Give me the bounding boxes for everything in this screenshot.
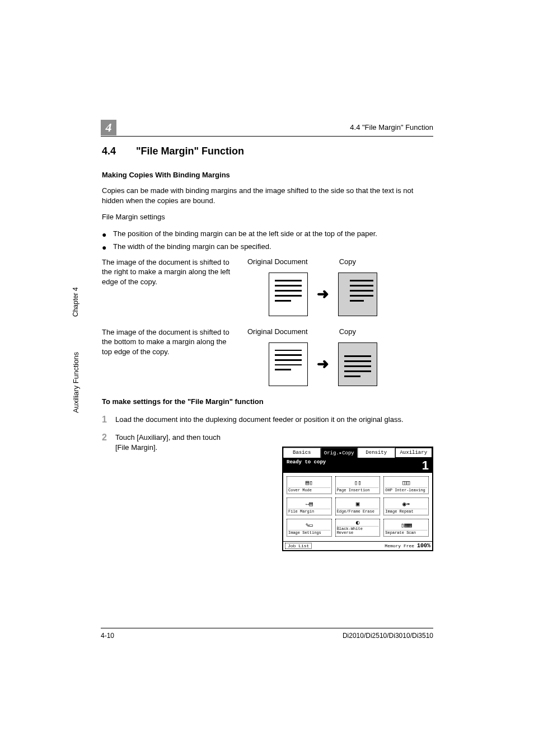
touchscreen-panel: Basics Orig.▸Copy Density Auxiliary Read…	[282, 447, 433, 551]
chapter-badge: 4	[101, 120, 116, 135]
sidebar: Chapter 4 Auxiliary Functions	[72, 284, 88, 430]
sidebar-section-label: Auxiliary Functions	[72, 312, 80, 413]
section-number: 4.4	[102, 145, 133, 157]
step-1: 1 Load the document into the duplexing d…	[102, 415, 433, 425]
step-text: Touch [Auxiliary], and then touch [File …	[115, 433, 233, 453]
header-rule	[101, 136, 433, 137]
image-repeat-icon: ◉↠	[385, 499, 427, 509]
shift-left-diagram: Original Document Copy ➜	[236, 257, 433, 316]
edge-frame-erase-button[interactable]: ▣Edge/Frame Erase	[335, 497, 381, 515]
original-page-icon	[269, 342, 308, 386]
diagram-row: ➜	[247, 342, 433, 386]
list-item: ● The width of the binding margin can be…	[102, 242, 433, 252]
tab-auxiliary[interactable]: Auxiliary	[395, 448, 433, 458]
diagram-row: ➜	[247, 273, 433, 316]
footer-rule	[101, 628, 433, 628]
section-title: "File Margin" Function	[136, 145, 244, 157]
section-heading: 4.4 "File Margin" Function	[102, 145, 433, 157]
copy-page-top-margin-icon	[338, 342, 377, 386]
separate-scan-button[interactable]: ▯▦▦Separate Scan	[383, 519, 429, 537]
panel-tabs: Basics Orig.▸Copy Density Auxiliary	[283, 448, 432, 458]
copy-page-left-margin-icon	[338, 273, 377, 316]
bw-reverse-icon: ◐	[337, 519, 379, 526]
step-number: 2	[102, 433, 115, 443]
panel-body: ▤▯Cover Mode ▯▯Page Insertion ◫◫OHP Inte…	[283, 473, 432, 541]
shift-top-desc: The image of the document is shifted to …	[102, 327, 236, 386]
bullet-icon: ●	[102, 229, 113, 238]
model-list: Di2010/Di2510/Di3010/Di3510	[343, 632, 433, 640]
chapter-number: 4	[106, 120, 112, 134]
body-para1: Copies can be made with binding margins …	[102, 186, 433, 205]
sidebar-chapter-label: Chapter 4	[72, 283, 79, 317]
page-insertion-button[interactable]: ▯▯Page Insertion	[335, 476, 381, 494]
label-copy: Copy	[339, 327, 356, 336]
bullet-text: The position of the binding margin can b…	[113, 229, 377, 239]
tab-basics[interactable]: Basics	[283, 448, 321, 458]
memory-label: Memory Free	[385, 543, 414, 548]
copy-count: 1	[422, 459, 429, 472]
erase-icon: ▣	[337, 499, 379, 509]
bw-reverse-button[interactable]: ◐Black-White Reverse	[335, 519, 381, 537]
label-original: Original Document	[247, 327, 337, 336]
page: 4 4.4 "File Margin" Function Chapter 4 A…	[0, 0, 534, 756]
memory-indicator: Memory Free 100%	[385, 543, 430, 549]
label-original: Original Document	[247, 257, 337, 266]
arrow-right-icon: ➜	[317, 285, 329, 303]
cover-mode-button[interactable]: ▤▯Cover Mode	[287, 476, 332, 494]
diagram-labels: Original Document Copy	[247, 327, 433, 336]
separate-scan-icon: ▯▦▦	[385, 520, 427, 530]
bullet-list: ● The position of the binding margin can…	[102, 229, 433, 252]
bullet-icon: ●	[102, 242, 113, 251]
step-number: 1	[102, 415, 115, 425]
panel-footer: Job List Memory Free 100%	[283, 541, 432, 550]
body-para2: File Margin settings	[102, 212, 433, 222]
subheading-making-copies: Making Copies With Binding Margins	[102, 171, 433, 179]
file-margin-icon: ↔▤	[288, 499, 330, 509]
image-repeat-button[interactable]: ◉↠Image Repeat	[383, 497, 429, 515]
step-text: Load the document into the duplexing doc…	[115, 415, 433, 425]
job-list-button[interactable]: Job List	[285, 543, 312, 549]
cover-mode-icon: ▤▯	[288, 477, 330, 487]
arrow-right-icon: ➜	[317, 355, 329, 373]
image-settings-button[interactable]: ✎▭Image Settings	[287, 519, 332, 537]
shift-left-block: The image of the document is shifted to …	[102, 257, 433, 316]
image-settings-icon: ✎▭	[288, 520, 330, 530]
bullet-text: The width of the binding margin can be s…	[113, 242, 271, 252]
tab-density[interactable]: Density	[358, 448, 395, 458]
label-copy: Copy	[339, 257, 356, 266]
subheading-to-make-settings: To make settings for the "File Margin" f…	[102, 397, 433, 406]
shift-top-diagram: Original Document Copy ➜	[236, 327, 433, 386]
page-footer: 4-10 Di2010/Di2510/Di3010/Di3510	[101, 628, 433, 640]
memory-percent: 100%	[417, 543, 430, 549]
page-insertion-icon: ▯▯	[337, 477, 379, 487]
tab-orig-copy[interactable]: Orig.▸Copy	[321, 448, 358, 458]
status-text: Ready to copy	[287, 459, 326, 472]
shift-top-block: The image of the document is shifted to …	[102, 327, 433, 386]
panel-status-bar: Ready to copy 1	[283, 458, 432, 473]
ohp-interleaving-button[interactable]: ◫◫OHP Inter-leaving	[383, 476, 429, 494]
original-page-icon	[269, 273, 308, 316]
file-margin-button[interactable]: ↔▤File Margin	[287, 497, 332, 515]
content: 4.4 "File Margin" Function Making Copies…	[102, 145, 433, 461]
shift-left-desc: The image of the document is shifted to …	[102, 257, 236, 316]
page-number: 4-10	[101, 632, 114, 640]
page-header: 4 4.4 "File Margin" Function	[0, 120, 534, 135]
diagram-labels: Original Document Copy	[247, 257, 433, 266]
ohp-icon: ◫◫	[385, 477, 427, 487]
list-item: ● The position of the binding margin can…	[102, 229, 433, 239]
running-header-title: 4.4 "File Margin" Function	[350, 123, 433, 132]
